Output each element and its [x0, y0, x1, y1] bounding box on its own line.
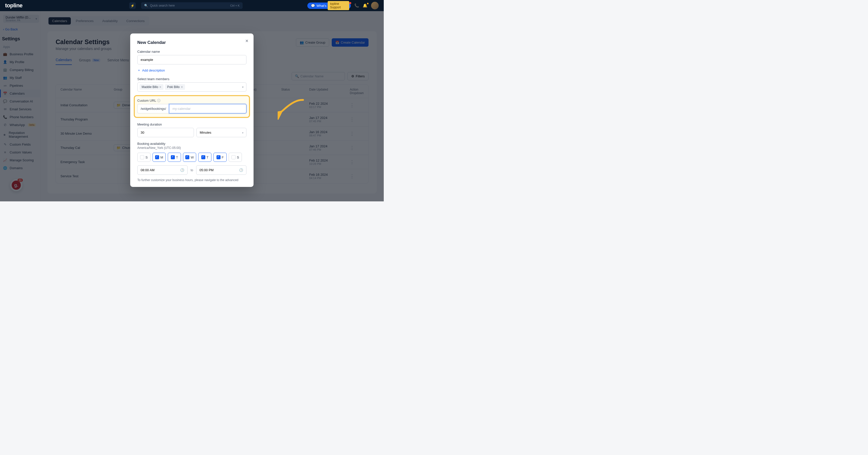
day-label: T	[176, 156, 178, 159]
phone-icon[interactable]: 📞	[354, 3, 359, 8]
top-right: 💬 What's New Updates topline Support 📞 🔔	[307, 2, 379, 9]
day-label: M	[160, 156, 163, 159]
brand-logo: topline	[5, 2, 23, 9]
duration-value-input[interactable]	[137, 128, 194, 137]
bell-icon[interactable]: 🔔	[363, 3, 368, 8]
checkbox-icon	[171, 155, 175, 159]
time-from-value: 08:00 AM	[141, 168, 155, 172]
duration-unit-select[interactable]	[196, 128, 246, 137]
checkbox-icon	[185, 155, 189, 159]
duration-unit-value	[196, 128, 246, 137]
day-toggle[interactable]: F	[213, 153, 227, 162]
time-from-input[interactable]: 08:00 AM 🕒	[137, 165, 188, 175]
updates-button[interactable]: 💬 What's New Updates topline Support	[307, 3, 351, 9]
search-placeholder: Quick search here	[150, 4, 175, 7]
custom-url-label: Custom URL i	[137, 99, 246, 102]
remove-tag-icon[interactable]: ✕	[181, 86, 183, 89]
chevron-down-icon: ▾	[242, 86, 244, 89]
time-to-label: to	[191, 168, 193, 172]
checkbox-icon	[155, 155, 159, 159]
support-pill: topline Support	[328, 1, 349, 10]
team-member-tag: Poki Billo ✕	[165, 84, 185, 90]
day-label: W	[191, 156, 194, 159]
url-prefix: /widget/bookings/	[137, 104, 169, 113]
topbar: topline 🔍 Quick search here Ctrl + K ⚡ 💬…	[0, 0, 384, 11]
day-label: T	[207, 156, 209, 159]
custom-url-row: /widget/bookings/	[137, 104, 246, 113]
day-label: S	[237, 156, 239, 159]
add-description-label: Add description	[142, 68, 165, 72]
day-toggle[interactable]: T	[168, 153, 181, 162]
checkbox-icon	[140, 155, 144, 159]
calendar-name-input[interactable]	[137, 55, 246, 64]
time-to-input[interactable]: 05:00 PM 🕒	[196, 165, 246, 175]
search-kbd: Ctrl + K	[230, 4, 240, 7]
clock-icon: 🕒	[239, 168, 243, 172]
checkbox-icon	[231, 155, 236, 159]
custom-url-highlight: Custom URL i /widget/bookings/	[135, 96, 249, 117]
days-row: SMTWTFS	[137, 153, 246, 162]
close-icon[interactable]: ✕	[245, 38, 248, 43]
day-label: S	[146, 156, 148, 159]
custom-url-input[interactable]	[169, 104, 246, 113]
day-toggle[interactable]: T	[198, 153, 211, 162]
timezone-label: America/New_York (UTC-05:00)	[137, 146, 246, 150]
lightning-button[interactable]: ⚡	[129, 2, 136, 9]
remove-tag-icon[interactable]: ✕	[159, 86, 161, 89]
team-member-tag: Maddie Billo ✕	[140, 84, 163, 90]
calendar-name-label: Calendar name	[137, 50, 246, 54]
new-calendar-modal: New Calendar ✕ Calendar name ＋ Add descr…	[130, 33, 253, 187]
time-to-value: 05:00 PM	[199, 168, 214, 172]
time-row: 08:00 AM 🕒 to 05:00 PM 🕒	[137, 165, 246, 175]
day-toggle[interactable]: S	[137, 153, 151, 162]
add-description-link[interactable]: ＋ Add description	[137, 68, 246, 72]
clock-icon: 🕒	[180, 168, 184, 172]
checkbox-icon	[216, 155, 221, 159]
day-toggle[interactable]: M	[153, 153, 166, 162]
day-toggle[interactable]: W	[183, 153, 196, 162]
booking-availability-label: Booking availability	[137, 142, 246, 145]
select-team-label: Select team members	[137, 77, 246, 81]
duration-row	[137, 128, 246, 137]
team-members-input[interactable]: Maddie Billo ✕Poki Billo ✕▾	[137, 83, 246, 92]
search-icon: 🔍	[144, 4, 148, 7]
modal-footer-note: To further customize your business hours…	[137, 178, 246, 182]
checkbox-icon	[201, 155, 205, 159]
global-search[interactable]: 🔍 Quick search here Ctrl + K	[141, 2, 243, 9]
modal-title: New Calendar	[137, 40, 246, 45]
info-icon[interactable]: i	[157, 99, 160, 102]
day-label: F	[222, 156, 224, 159]
chat-icon: 💬	[311, 4, 315, 8]
day-toggle[interactable]: S	[229, 153, 242, 162]
avatar[interactable]	[371, 2, 379, 9]
plus-icon: ＋	[137, 68, 141, 72]
meeting-duration-label: Meeting duration	[137, 123, 246, 126]
